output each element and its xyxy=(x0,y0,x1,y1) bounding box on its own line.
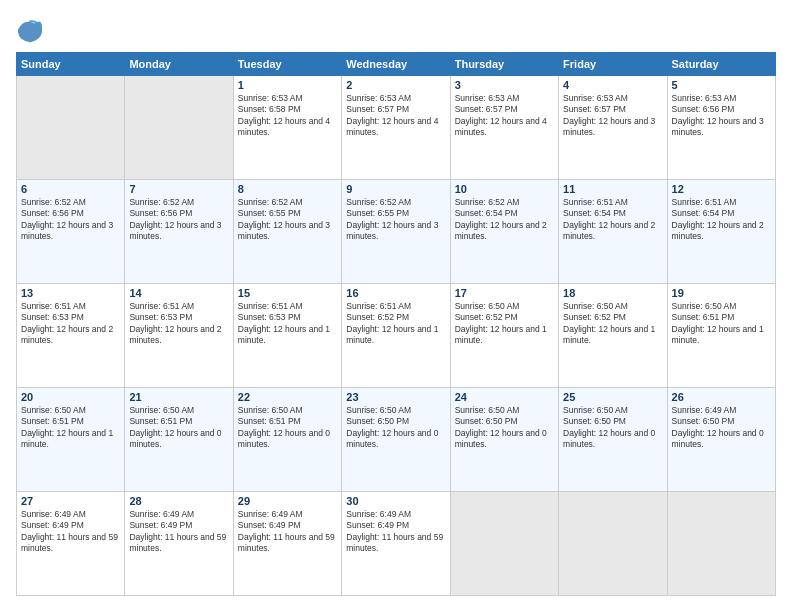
page: SundayMondayTuesdayWednesdayThursdayFrid… xyxy=(0,0,792,612)
day-header: Tuesday xyxy=(233,53,341,76)
day-info: Sunrise: 6:51 AMSunset: 6:52 PMDaylight:… xyxy=(346,301,445,347)
day-header: Saturday xyxy=(667,53,775,76)
day-info: Sunrise: 6:52 AMSunset: 6:54 PMDaylight:… xyxy=(455,197,554,243)
calendar-cell: 12Sunrise: 6:51 AMSunset: 6:54 PMDayligh… xyxy=(667,180,775,284)
day-number: 28 xyxy=(129,495,228,507)
calendar-cell: 27Sunrise: 6:49 AMSunset: 6:49 PMDayligh… xyxy=(17,492,125,596)
day-number: 15 xyxy=(238,287,337,299)
day-info: Sunrise: 6:49 AMSunset: 6:50 PMDaylight:… xyxy=(672,405,771,451)
calendar-cell: 15Sunrise: 6:51 AMSunset: 6:53 PMDayligh… xyxy=(233,284,341,388)
day-number: 4 xyxy=(563,79,662,91)
day-info: Sunrise: 6:50 AMSunset: 6:51 PMDaylight:… xyxy=(238,405,337,451)
day-number: 11 xyxy=(563,183,662,195)
day-info: Sunrise: 6:50 AMSunset: 6:52 PMDaylight:… xyxy=(563,301,662,347)
calendar-cell: 20Sunrise: 6:50 AMSunset: 6:51 PMDayligh… xyxy=(17,388,125,492)
calendar-cell: 18Sunrise: 6:50 AMSunset: 6:52 PMDayligh… xyxy=(559,284,667,388)
day-info: Sunrise: 6:51 AMSunset: 6:53 PMDaylight:… xyxy=(238,301,337,347)
calendar-cell xyxy=(667,492,775,596)
day-info: Sunrise: 6:53 AMSunset: 6:56 PMDaylight:… xyxy=(672,93,771,139)
calendar-week-row: 1Sunrise: 6:53 AMSunset: 6:58 PMDaylight… xyxy=(17,76,776,180)
day-info: Sunrise: 6:51 AMSunset: 6:54 PMDaylight:… xyxy=(672,197,771,243)
day-number: 6 xyxy=(21,183,120,195)
calendar-cell: 19Sunrise: 6:50 AMSunset: 6:51 PMDayligh… xyxy=(667,284,775,388)
day-number: 21 xyxy=(129,391,228,403)
day-number: 9 xyxy=(346,183,445,195)
calendar-cell: 6Sunrise: 6:52 AMSunset: 6:56 PMDaylight… xyxy=(17,180,125,284)
calendar-cell: 22Sunrise: 6:50 AMSunset: 6:51 PMDayligh… xyxy=(233,388,341,492)
day-info: Sunrise: 6:50 AMSunset: 6:50 PMDaylight:… xyxy=(346,405,445,451)
day-number: 27 xyxy=(21,495,120,507)
day-number: 25 xyxy=(563,391,662,403)
day-number: 14 xyxy=(129,287,228,299)
calendar-cell: 26Sunrise: 6:49 AMSunset: 6:50 PMDayligh… xyxy=(667,388,775,492)
calendar-cell: 3Sunrise: 6:53 AMSunset: 6:57 PMDaylight… xyxy=(450,76,558,180)
logo xyxy=(16,16,46,44)
day-info: Sunrise: 6:50 AMSunset: 6:51 PMDaylight:… xyxy=(672,301,771,347)
day-info: Sunrise: 6:52 AMSunset: 6:56 PMDaylight:… xyxy=(21,197,120,243)
day-header: Friday xyxy=(559,53,667,76)
day-header: Wednesday xyxy=(342,53,450,76)
calendar-cell xyxy=(450,492,558,596)
day-info: Sunrise: 6:50 AMSunset: 6:51 PMDaylight:… xyxy=(21,405,120,451)
calendar-cell: 17Sunrise: 6:50 AMSunset: 6:52 PMDayligh… xyxy=(450,284,558,388)
calendar-cell: 2Sunrise: 6:53 AMSunset: 6:57 PMDaylight… xyxy=(342,76,450,180)
day-info: Sunrise: 6:51 AMSunset: 6:53 PMDaylight:… xyxy=(21,301,120,347)
calendar-cell xyxy=(559,492,667,596)
day-number: 24 xyxy=(455,391,554,403)
day-info: Sunrise: 6:50 AMSunset: 6:52 PMDaylight:… xyxy=(455,301,554,347)
calendar-cell: 8Sunrise: 6:52 AMSunset: 6:55 PMDaylight… xyxy=(233,180,341,284)
calendar-week-row: 6Sunrise: 6:52 AMSunset: 6:56 PMDaylight… xyxy=(17,180,776,284)
day-info: Sunrise: 6:50 AMSunset: 6:51 PMDaylight:… xyxy=(129,405,228,451)
calendar-header-row: SundayMondayTuesdayWednesdayThursdayFrid… xyxy=(17,53,776,76)
day-number: 23 xyxy=(346,391,445,403)
calendar-cell: 7Sunrise: 6:52 AMSunset: 6:56 PMDaylight… xyxy=(125,180,233,284)
day-number: 1 xyxy=(238,79,337,91)
day-info: Sunrise: 6:52 AMSunset: 6:55 PMDaylight:… xyxy=(238,197,337,243)
calendar-cell: 5Sunrise: 6:53 AMSunset: 6:56 PMDaylight… xyxy=(667,76,775,180)
calendar-cell: 29Sunrise: 6:49 AMSunset: 6:49 PMDayligh… xyxy=(233,492,341,596)
calendar-cell xyxy=(125,76,233,180)
calendar-cell: 9Sunrise: 6:52 AMSunset: 6:55 PMDaylight… xyxy=(342,180,450,284)
day-number: 18 xyxy=(563,287,662,299)
day-number: 16 xyxy=(346,287,445,299)
day-info: Sunrise: 6:50 AMSunset: 6:50 PMDaylight:… xyxy=(455,405,554,451)
day-header: Thursday xyxy=(450,53,558,76)
day-info: Sunrise: 6:53 AMSunset: 6:57 PMDaylight:… xyxy=(346,93,445,139)
day-info: Sunrise: 6:53 AMSunset: 6:57 PMDaylight:… xyxy=(563,93,662,139)
day-number: 3 xyxy=(455,79,554,91)
day-number: 22 xyxy=(238,391,337,403)
day-info: Sunrise: 6:49 AMSunset: 6:49 PMDaylight:… xyxy=(129,509,228,555)
calendar-cell: 16Sunrise: 6:51 AMSunset: 6:52 PMDayligh… xyxy=(342,284,450,388)
day-info: Sunrise: 6:53 AMSunset: 6:57 PMDaylight:… xyxy=(455,93,554,139)
day-number: 30 xyxy=(346,495,445,507)
calendar-cell: 13Sunrise: 6:51 AMSunset: 6:53 PMDayligh… xyxy=(17,284,125,388)
day-info: Sunrise: 6:52 AMSunset: 6:55 PMDaylight:… xyxy=(346,197,445,243)
calendar-week-row: 20Sunrise: 6:50 AMSunset: 6:51 PMDayligh… xyxy=(17,388,776,492)
calendar-week-row: 27Sunrise: 6:49 AMSunset: 6:49 PMDayligh… xyxy=(17,492,776,596)
day-number: 26 xyxy=(672,391,771,403)
calendar-cell: 14Sunrise: 6:51 AMSunset: 6:53 PMDayligh… xyxy=(125,284,233,388)
day-info: Sunrise: 6:49 AMSunset: 6:49 PMDaylight:… xyxy=(238,509,337,555)
day-info: Sunrise: 6:50 AMSunset: 6:50 PMDaylight:… xyxy=(563,405,662,451)
calendar-cell: 4Sunrise: 6:53 AMSunset: 6:57 PMDaylight… xyxy=(559,76,667,180)
calendar-cell: 1Sunrise: 6:53 AMSunset: 6:58 PMDaylight… xyxy=(233,76,341,180)
day-number: 10 xyxy=(455,183,554,195)
day-number: 20 xyxy=(21,391,120,403)
calendar-cell: 23Sunrise: 6:50 AMSunset: 6:50 PMDayligh… xyxy=(342,388,450,492)
day-info: Sunrise: 6:49 AMSunset: 6:49 PMDaylight:… xyxy=(21,509,120,555)
calendar-cell xyxy=(17,76,125,180)
day-number: 13 xyxy=(21,287,120,299)
day-number: 8 xyxy=(238,183,337,195)
header xyxy=(16,16,776,44)
day-number: 17 xyxy=(455,287,554,299)
day-number: 12 xyxy=(672,183,771,195)
calendar-cell: 25Sunrise: 6:50 AMSunset: 6:50 PMDayligh… xyxy=(559,388,667,492)
day-info: Sunrise: 6:53 AMSunset: 6:58 PMDaylight:… xyxy=(238,93,337,139)
day-header: Monday xyxy=(125,53,233,76)
calendar-table: SundayMondayTuesdayWednesdayThursdayFrid… xyxy=(16,52,776,596)
calendar-week-row: 13Sunrise: 6:51 AMSunset: 6:53 PMDayligh… xyxy=(17,284,776,388)
calendar-cell: 24Sunrise: 6:50 AMSunset: 6:50 PMDayligh… xyxy=(450,388,558,492)
day-number: 29 xyxy=(238,495,337,507)
calendar-cell: 30Sunrise: 6:49 AMSunset: 6:49 PMDayligh… xyxy=(342,492,450,596)
calendar-cell: 11Sunrise: 6:51 AMSunset: 6:54 PMDayligh… xyxy=(559,180,667,284)
